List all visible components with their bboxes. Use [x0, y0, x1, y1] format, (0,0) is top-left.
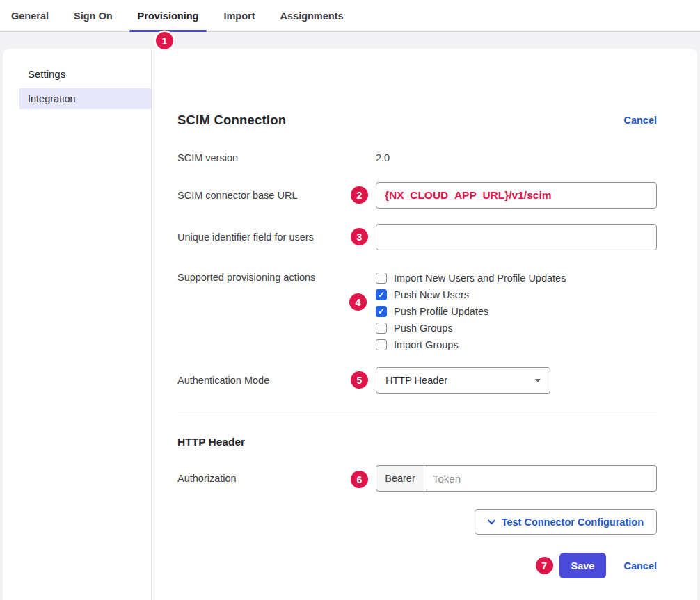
checkbox-label: Push Groups	[394, 323, 453, 334]
section-divider	[177, 416, 657, 416]
base-url-label: SCIM connector base URL	[177, 190, 376, 201]
chevron-down-icon	[488, 519, 495, 525]
base-url-row: SCIM connector base URL 2	[177, 182, 657, 209]
scim-version-value: 2.0	[376, 152, 390, 163]
auth-mode-row: Authentication Mode 5 HTTP Header	[177, 367, 657, 394]
import-groups-checkbox[interactable]	[376, 339, 387, 350]
checkbox-row-import-new-users: Import New Users and Profile Updates	[376, 270, 657, 286]
token-input[interactable]	[424, 465, 657, 492]
save-button[interactable]: Save	[559, 553, 607, 578]
bearer-prefix: Bearer	[376, 465, 424, 492]
sidebar-item-integration[interactable]: Integration	[19, 88, 151, 109]
checkbox-row-push-groups: Push Groups	[376, 320, 657, 337]
step-badge-6: 6	[351, 471, 368, 488]
checkbox-row-import-groups: Import Groups	[376, 337, 657, 353]
provisioning-actions-row: Supported provisioning actions 4 Import …	[177, 270, 657, 353]
step-badge-5: 5	[351, 371, 368, 389]
import-new-users-checkbox[interactable]	[376, 273, 387, 284]
unique-id-label: Unique identifier field for users	[177, 232, 376, 243]
cancel-link-top[interactable]: Cancel	[623, 115, 657, 126]
step-badge-3: 3	[351, 228, 368, 245]
provisioning-card: Settings Integration SCIM Connection Can…	[3, 49, 697, 600]
settings-sidebar: Settings Integration	[3, 49, 152, 600]
sidebar-header: Settings	[28, 68, 151, 80]
tab-import[interactable]: Import	[223, 0, 255, 31]
chevron-down-icon	[535, 379, 541, 382]
checkbox-row-push-profile-updates: Push Profile Updates	[376, 303, 657, 320]
http-header-section-title: HTTP Header	[177, 436, 657, 448]
scim-version-row: SCIM version 2.0	[177, 152, 657, 164]
page: General Sign On Provisioning Import Assi…	[0, 0, 700, 600]
unique-id-row: Unique identifier field for users 3	[177, 224, 657, 250]
tab-assignments[interactable]: Assignments	[280, 0, 344, 31]
app-tabbar: General Sign On Provisioning Import Assi…	[0, 0, 700, 32]
tab-provisioning[interactable]: Provisioning	[138, 0, 199, 31]
checkbox-label: Push Profile Updates	[394, 306, 488, 317]
scim-connection-panel: SCIM Connection Cancel SCIM version 2.0 …	[152, 49, 697, 600]
checkbox-label: Import New Users and Profile Updates	[394, 273, 566, 284]
scim-version-label: SCIM version	[177, 152, 376, 163]
auth-mode-select[interactable]: HTTP Header	[376, 367, 550, 394]
tab-sign-on[interactable]: Sign On	[74, 0, 113, 31]
cancel-link-bottom[interactable]: Cancel	[623, 560, 657, 571]
push-new-users-checkbox[interactable]	[376, 289, 387, 300]
test-connector-configuration-button[interactable]: Test Connector Configuration	[475, 509, 657, 535]
tab-general[interactable]: General	[11, 0, 49, 31]
base-url-input[interactable]	[376, 182, 657, 209]
step-badge-1: 1	[156, 32, 173, 49]
page-title: SCIM Connection	[177, 113, 286, 128]
step-badge-4: 4	[349, 293, 367, 311]
unique-id-input[interactable]	[376, 224, 657, 250]
push-profile-updates-checkbox[interactable]	[376, 306, 387, 317]
auth-mode-selected-value: HTTP Header	[385, 375, 447, 386]
checkbox-label: Import Groups	[394, 339, 459, 350]
checkbox-label: Push New Users	[394, 289, 469, 300]
push-groups-checkbox[interactable]	[376, 323, 387, 334]
authorization-label: Authorization	[177, 473, 376, 484]
step-badge-2: 2	[351, 186, 368, 204]
test-button-label: Test Connector Configuration	[502, 517, 644, 528]
checkbox-row-push-new-users: Push New Users	[376, 286, 657, 303]
provisioning-actions-label: Supported provisioning actions	[177, 272, 376, 283]
auth-mode-label: Authentication Mode	[177, 375, 376, 386]
authorization-row: Authorization 6 Bearer	[177, 465, 657, 492]
step-badge-7: 7	[536, 557, 553, 574]
form-actions: 7 Save Cancel	[177, 553, 657, 578]
